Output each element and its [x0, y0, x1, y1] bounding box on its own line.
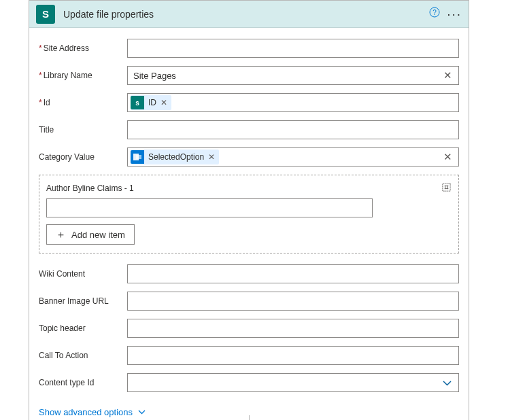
topic-header-input[interactable] [127, 319, 459, 338]
id-input[interactable]: s ID ✕ [127, 93, 459, 112]
author-byline-input[interactable] [46, 198, 373, 217]
action-title[interactable]: Update file properties [63, 9, 429, 20]
content-type-id-label: Content type Id [39, 378, 127, 387]
category-token[interactable]: SelectedOption ✕ [131, 150, 219, 164]
wiki-content-input[interactable] [127, 264, 459, 283]
call-to-action-label: Call To Action [39, 351, 127, 360]
site-address-input[interactable] [127, 39, 459, 58]
svg-rect-4 [443, 183, 450, 191]
library-name-label: *Library Name [39, 71, 127, 80]
remove-token-icon[interactable]: ✕ [160, 98, 167, 107]
site-address-label: *Site Address [39, 43, 127, 53]
switch-view-icon[interactable] [441, 182, 452, 194]
chevron-down-icon[interactable] [438, 378, 456, 388]
library-name-input[interactable]: Site Pages ✕ [127, 66, 459, 85]
content-type-id-input[interactable] [127, 373, 459, 392]
add-new-item-button[interactable]: ＋ Add new item [46, 224, 135, 245]
add-step-connector: + ▾ [241, 415, 256, 420]
more-menu[interactable]: ··· [447, 7, 462, 20]
svg-text:?: ? [433, 9, 437, 16]
title-input[interactable] [127, 120, 459, 139]
show-advanced-options[interactable]: Show advanced options [39, 407, 146, 417]
remove-token-icon[interactable]: ✕ [208, 152, 215, 162]
clear-icon[interactable]: ✕ [439, 69, 456, 82]
wiki-content-label: Wiki Content [39, 269, 127, 279]
topic-header-label: Topic header [39, 323, 127, 333]
outlook-token-icon [131, 150, 144, 164]
id-token[interactable]: s ID ✕ [131, 95, 171, 110]
author-byline-group: Author Byline Claims - 1 ＋ Add new item [39, 175, 459, 253]
sharepoint-token-icon: s [131, 96, 144, 109]
sharepoint-icon: S [36, 5, 55, 24]
plus-icon: ＋ [56, 228, 66, 241]
banner-url-input[interactable] [127, 292, 459, 311]
action-header: S Update file properties ? ··· [29, 1, 469, 28]
svg-rect-3 [136, 155, 141, 159]
call-to-action-input[interactable] [127, 346, 459, 365]
id-label: *Id [39, 98, 127, 107]
clear-icon[interactable]: ✕ [439, 151, 456, 163]
author-byline-label: Author Byline Claims - 1 [46, 183, 441, 193]
category-value-input[interactable]: SelectedOption ✕ ✕ [127, 147, 459, 167]
category-value-label: Category Value [39, 152, 127, 162]
help-icon[interactable]: ? [429, 7, 440, 21]
title-label: Title [39, 125, 127, 135]
banner-url-label: Banner Image URL [39, 296, 127, 306]
